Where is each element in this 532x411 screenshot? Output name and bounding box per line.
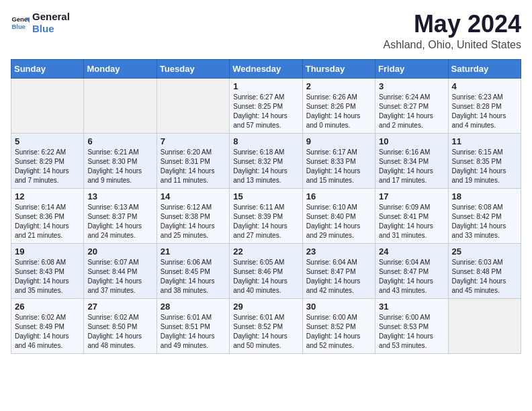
calendar-cell: 8Sunrise: 6:18 AMSunset: 8:32 PMDaylight… bbox=[230, 133, 302, 188]
cell-info: Sunrise: 6:20 AMSunset: 8:31 PMDaylight:… bbox=[161, 148, 226, 185]
calendar-cell: 6Sunrise: 6:21 AMSunset: 8:30 PMDaylight… bbox=[84, 133, 157, 188]
day-number: 16 bbox=[306, 191, 371, 201]
calendar-cell: 25Sunrise: 6:03 AMSunset: 8:48 PMDayligh… bbox=[448, 243, 521, 298]
location-title: Ashland, Ohio, United States bbox=[384, 39, 521, 51]
calendar-cell bbox=[11, 78, 84, 133]
header-tuesday: Tuesday bbox=[157, 59, 229, 78]
calendar-cell: 13Sunrise: 6:13 AMSunset: 8:37 PMDayligh… bbox=[84, 188, 157, 243]
logo-blue: Blue bbox=[32, 23, 70, 35]
calendar-cell: 22Sunrise: 6:05 AMSunset: 8:46 PMDayligh… bbox=[230, 243, 302, 298]
calendar-cell: 12Sunrise: 6:14 AMSunset: 8:36 PMDayligh… bbox=[11, 188, 84, 243]
cell-info: Sunrise: 6:12 AMSunset: 8:38 PMDaylight:… bbox=[161, 203, 226, 240]
day-number: 10 bbox=[379, 136, 444, 146]
calendar-cell bbox=[157, 78, 229, 133]
calendar-week-4: 19Sunrise: 6:08 AMSunset: 8:43 PMDayligh… bbox=[11, 243, 521, 298]
cell-info: Sunrise: 6:07 AMSunset: 8:44 PMDaylight:… bbox=[87, 258, 152, 295]
cell-info: Sunrise: 6:13 AMSunset: 8:37 PMDaylight:… bbox=[87, 203, 152, 240]
day-number: 30 bbox=[306, 302, 371, 312]
header-sunday: Sunday bbox=[11, 59, 84, 78]
calendar-cell: 31Sunrise: 6:00 AMSunset: 8:53 PMDayligh… bbox=[375, 298, 448, 353]
calendar-cell: 27Sunrise: 6:02 AMSunset: 8:50 PMDayligh… bbox=[84, 298, 157, 353]
day-number: 1 bbox=[233, 81, 298, 91]
day-number: 20 bbox=[87, 246, 152, 257]
cell-info: Sunrise: 6:02 AMSunset: 8:49 PMDaylight:… bbox=[15, 313, 80, 351]
calendar-cell: 10Sunrise: 6:16 AMSunset: 8:34 PMDayligh… bbox=[375, 133, 448, 188]
day-number: 12 bbox=[15, 191, 80, 201]
calendar-cell: 19Sunrise: 6:08 AMSunset: 8:43 PMDayligh… bbox=[11, 243, 84, 298]
cell-info: Sunrise: 6:01 AMSunset: 8:52 PMDaylight:… bbox=[233, 313, 298, 351]
calendar-cell: 20Sunrise: 6:07 AMSunset: 8:44 PMDayligh… bbox=[84, 243, 157, 298]
calendar-cell: 11Sunrise: 6:15 AMSunset: 8:35 PMDayligh… bbox=[448, 133, 521, 188]
day-number: 9 bbox=[306, 136, 371, 146]
svg-text:Blue: Blue bbox=[12, 24, 26, 30]
calendar-cell: 3Sunrise: 6:24 AMSunset: 8:27 PMDaylight… bbox=[375, 78, 448, 133]
cell-info: Sunrise: 6:00 AMSunset: 8:52 PMDaylight:… bbox=[306, 313, 371, 351]
calendar-cell: 14Sunrise: 6:12 AMSunset: 8:38 PMDayligh… bbox=[157, 188, 229, 243]
day-number: 8 bbox=[233, 136, 298, 146]
calendar-week-2: 5Sunrise: 6:22 AMSunset: 8:29 PMDaylight… bbox=[11, 133, 521, 188]
calendar-cell: 21Sunrise: 6:06 AMSunset: 8:45 PMDayligh… bbox=[157, 243, 229, 298]
calendar-cell: 4Sunrise: 6:23 AMSunset: 8:28 PMDaylight… bbox=[448, 78, 521, 133]
calendar-cell bbox=[448, 298, 521, 353]
cell-info: Sunrise: 6:03 AMSunset: 8:48 PMDaylight:… bbox=[452, 258, 517, 295]
calendar-cell: 16Sunrise: 6:10 AMSunset: 8:40 PMDayligh… bbox=[302, 188, 375, 243]
cell-info: Sunrise: 6:00 AMSunset: 8:53 PMDaylight:… bbox=[379, 313, 444, 351]
day-number: 3 bbox=[379, 81, 444, 91]
cell-info: Sunrise: 6:04 AMSunset: 8:47 PMDaylight:… bbox=[379, 258, 444, 295]
calendar-week-3: 12Sunrise: 6:14 AMSunset: 8:36 PMDayligh… bbox=[11, 188, 521, 243]
cell-info: Sunrise: 6:01 AMSunset: 8:51 PMDaylight:… bbox=[161, 313, 226, 351]
header-friday: Friday bbox=[375, 59, 448, 78]
month-title: May 2024 bbox=[384, 11, 521, 38]
logo: General Blue General Blue bbox=[11, 11, 70, 35]
calendar-cell: 26Sunrise: 6:02 AMSunset: 8:49 PMDayligh… bbox=[11, 298, 84, 353]
calendar-cell: 23Sunrise: 6:04 AMSunset: 8:47 PMDayligh… bbox=[302, 243, 375, 298]
day-number: 5 bbox=[15, 136, 80, 146]
header-saturday: Saturday bbox=[448, 59, 521, 78]
cell-info: Sunrise: 6:10 AMSunset: 8:40 PMDaylight:… bbox=[306, 203, 371, 240]
calendar-cell: 7Sunrise: 6:20 AMSunset: 8:31 PMDaylight… bbox=[157, 133, 229, 188]
cell-info: Sunrise: 6:26 AMSunset: 8:26 PMDaylight:… bbox=[306, 93, 371, 130]
calendar-cell: 2Sunrise: 6:26 AMSunset: 8:26 PMDaylight… bbox=[302, 78, 375, 133]
calendar-table: SundayMondayTuesdayWednesdayThursdayFrid… bbox=[11, 59, 521, 354]
cell-info: Sunrise: 6:05 AMSunset: 8:46 PMDaylight:… bbox=[233, 258, 298, 295]
day-number: 26 bbox=[15, 302, 80, 312]
cell-info: Sunrise: 6:24 AMSunset: 8:27 PMDaylight:… bbox=[379, 93, 444, 130]
title-block: May 2024 Ashland, Ohio, United States bbox=[384, 11, 521, 51]
cell-info: Sunrise: 6:23 AMSunset: 8:28 PMDaylight:… bbox=[452, 93, 517, 130]
day-number: 15 bbox=[233, 191, 298, 201]
header-wednesday: Wednesday bbox=[230, 59, 302, 78]
svg-text:General: General bbox=[12, 16, 30, 23]
day-number: 25 bbox=[452, 246, 517, 257]
day-number: 7 bbox=[161, 136, 226, 146]
calendar-cell: 30Sunrise: 6:00 AMSunset: 8:52 PMDayligh… bbox=[302, 298, 375, 353]
cell-info: Sunrise: 6:08 AMSunset: 8:43 PMDaylight:… bbox=[15, 258, 80, 295]
day-number: 29 bbox=[233, 302, 298, 312]
day-number: 13 bbox=[87, 191, 152, 201]
page-header: General Blue General Blue May 2024 Ashla… bbox=[11, 11, 521, 51]
cell-info: Sunrise: 6:11 AMSunset: 8:39 PMDaylight:… bbox=[233, 203, 298, 240]
calendar-cell: 24Sunrise: 6:04 AMSunset: 8:47 PMDayligh… bbox=[375, 243, 448, 298]
day-number: 18 bbox=[452, 191, 517, 201]
logo-icon: General Blue bbox=[11, 13, 30, 32]
calendar-cell: 9Sunrise: 6:17 AMSunset: 8:33 PMDaylight… bbox=[302, 133, 375, 188]
day-number: 24 bbox=[379, 246, 444, 257]
calendar-cell: 1Sunrise: 6:27 AMSunset: 8:25 PMDaylight… bbox=[230, 78, 302, 133]
cell-info: Sunrise: 6:08 AMSunset: 8:42 PMDaylight:… bbox=[452, 203, 517, 240]
header-thursday: Thursday bbox=[302, 59, 375, 78]
day-number: 22 bbox=[233, 246, 298, 257]
day-number: 27 bbox=[87, 302, 152, 312]
cell-info: Sunrise: 6:04 AMSunset: 8:47 PMDaylight:… bbox=[306, 258, 371, 295]
day-number: 6 bbox=[87, 136, 152, 146]
cell-info: Sunrise: 6:06 AMSunset: 8:45 PMDaylight:… bbox=[161, 258, 226, 295]
calendar-week-5: 26Sunrise: 6:02 AMSunset: 8:49 PMDayligh… bbox=[11, 298, 521, 353]
day-number: 2 bbox=[306, 81, 371, 91]
calendar-cell: 15Sunrise: 6:11 AMSunset: 8:39 PMDayligh… bbox=[230, 188, 302, 243]
header-monday: Monday bbox=[84, 59, 157, 78]
calendar-cell: 28Sunrise: 6:01 AMSunset: 8:51 PMDayligh… bbox=[157, 298, 229, 353]
logo-general: General bbox=[32, 11, 70, 23]
cell-info: Sunrise: 6:22 AMSunset: 8:29 PMDaylight:… bbox=[15, 148, 80, 185]
cell-info: Sunrise: 6:17 AMSunset: 8:33 PMDaylight:… bbox=[306, 148, 371, 185]
calendar-cell: 29Sunrise: 6:01 AMSunset: 8:52 PMDayligh… bbox=[230, 298, 302, 353]
cell-info: Sunrise: 6:27 AMSunset: 8:25 PMDaylight:… bbox=[233, 93, 298, 130]
day-number: 28 bbox=[161, 302, 226, 312]
